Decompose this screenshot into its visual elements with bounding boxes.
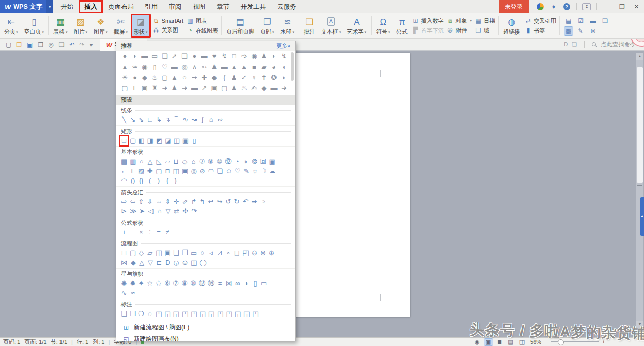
app-logo[interactable]: W WPS 文字 [0,0,46,13]
date-button[interactable]: ▦日期 [475,17,495,25]
shape-icon[interactable]: ▢ [156,167,162,175]
shape-icon[interactable]: ↯ [280,51,288,61]
shape-icon[interactable]: ◉ [140,62,149,72]
shape-icon[interactable]: ⋈ [226,279,232,288]
shape-icon[interactable]: ◳ [226,310,232,318]
shape-icon[interactable]: ↶ [242,198,249,206]
shape-icon[interactable]: ➜ [180,83,189,93]
shape-icon[interactable]: ✓ [240,73,249,82]
shape-icon[interactable]: = [156,228,162,236]
shape-icon[interactable]: ✝ [260,73,268,82]
dropdown-form-field-icon[interactable]: ▬ [589,17,597,25]
shape-icon[interactable]: ◰ [242,249,249,257]
shape-icon[interactable]: ◗ [131,51,139,61]
shape-icon[interactable]: ↪ [217,198,223,206]
shape-icon[interactable]: ≫ [130,207,137,215]
shape-icon[interactable]: ■ [250,62,258,72]
shape-icon[interactable]: ▲ [120,62,129,72]
shape-icon[interactable]: ▭ [261,279,267,288]
shape-icon[interactable]: ∘ [225,249,231,257]
text-box-button[interactable]: A文本框▾ [318,14,344,38]
shape-icon[interactable]: ⌒ [173,116,180,124]
shape-icon[interactable]: ☺ [225,167,232,175]
shape-icon[interactable]: ✚ [147,167,153,175]
new-drawing-canvas-menu-item[interactable]: ◱新建绘图画布(N) [116,333,295,341]
shape-icon[interactable]: ⇔ [156,198,162,206]
shape-icon[interactable]: ✣ [182,207,189,215]
shape-icon[interactable]: ▬ [269,83,278,93]
shape-icon[interactable]: ⇄ [174,207,180,215]
new-doc-icon[interactable]: ▢ [6,41,11,48]
shape-icon[interactable]: ☼ [252,167,258,175]
text-form-field-icon[interactable]: ▤ [564,17,573,25]
shape-icon[interactable]: ↰ [199,198,205,206]
shape-icon[interactable]: Γ [131,83,139,93]
find-replace-icon[interactable]: ❏ [59,41,65,48]
shape-icon[interactable]: ➡ [251,198,257,206]
shape-icon[interactable]: 回 [260,158,267,166]
shape-icon[interactable]: ◱ [173,310,179,318]
shapes-button[interactable]: ◪形状▾ [131,14,151,38]
shape-icon[interactable]: ↩ [208,198,214,206]
close-button[interactable]: ✕ [629,0,644,13]
shape-icon[interactable]: ➳ [200,62,209,72]
menu-tab-7[interactable]: 开发工具 [235,0,271,13]
shape-icon[interactable]: ⑧ [208,158,214,166]
shape-icon[interactable]: ▬ [170,62,179,72]
shape-icon[interactable]: ⇘ [138,116,144,124]
shape-icon[interactable]: ◗ [269,51,278,61]
table-button[interactable]: ▦表格▾ [50,14,71,38]
shape-icon[interactable]: ▢ [130,249,136,257]
shape-icon[interactable]: ⇕ [165,198,171,206]
wordart-button[interactable]: A艺术字▾ [344,14,370,38]
print-preview-icon[interactable]: ◎ [48,41,53,48]
shape-icon[interactable]: ◗ [280,73,288,82]
shape-icon[interactable]: ◠ [208,167,214,175]
shape-icon[interactable]: ↘ [130,116,136,124]
menu-tab-1[interactable]: 插入 [79,0,103,13]
shape-icon[interactable]: ⑩ [217,158,223,166]
shape-icon[interactable]: ✪ [269,73,278,82]
shape-icon[interactable]: { [220,73,229,82]
shape-icon[interactable]: ◗ [243,158,249,166]
diagram-button[interactable]: ⁂关系图 [152,26,183,34]
shape-icon[interactable]: ⑩ [190,279,196,288]
shape-icon[interactable]: ◫ [173,137,179,145]
shape-icon[interactable]: ♟ [210,62,219,72]
checkbox-form-field-icon[interactable]: ☑ [576,17,585,25]
shape-icon[interactable]: ↝ [191,116,197,124]
shape-icon[interactable]: ▭ [150,51,159,61]
shape-icon[interactable]: ◫ [156,249,162,257]
shape-icon[interactable]: ▢ [130,137,136,145]
shape-icon[interactable]: ⇧ [138,198,144,206]
shape-icon[interactable]: ▲ [230,62,238,72]
shape-icon[interactable]: D [165,259,171,267]
shape-icon[interactable]: ➾ [260,198,266,206]
shape-icon[interactable]: ◠ [121,177,127,185]
shape-icon[interactable]: ⋈ [121,259,128,267]
shape-icon[interactable]: ▬ [200,51,209,61]
menu-tab-5[interactable]: 视图 [187,0,211,13]
hyperlink-button[interactable]: ◍超链接 [500,14,523,38]
shape-icon[interactable]: ◆ [140,73,149,82]
shape-icon[interactable]: ☽ [260,167,266,175]
shape-icon[interactable]: ◔ [234,158,240,166]
shape-icon[interactable]: ▯ [191,137,197,145]
shape-icon[interactable]: □ [121,137,127,145]
page-break-button[interactable]: ⇤分页▾ [1,14,21,38]
shape-icon[interactable]: ⊖ [251,249,257,257]
shape-icon[interactable]: ▣ [182,167,188,175]
shape-icon[interactable]: {} [138,177,144,185]
shape-icon[interactable]: ▲ [240,62,249,72]
new-flowchart-mindmap-menu-item[interactable]: ⊞新建流程图 \ 脑图(F) [116,322,295,333]
shape-icon[interactable]: ⌂ [191,158,197,166]
shape-icon[interactable]: ◫ [191,259,197,267]
protect-form-icon[interactable]: ⊠ [589,27,597,35]
shape-icon[interactable]: ✺ [121,279,127,288]
shape-icon[interactable]: ❍ [138,310,144,318]
online-chart-button[interactable]: ◔在线图表 [187,27,218,35]
shape-icon[interactable]: ➜ [160,83,169,93]
redo-icon[interactable]: ↷ [80,41,85,48]
shape-icon[interactable]: ♟ [230,83,238,93]
shape-icon[interactable]: ⌂ [157,207,163,215]
